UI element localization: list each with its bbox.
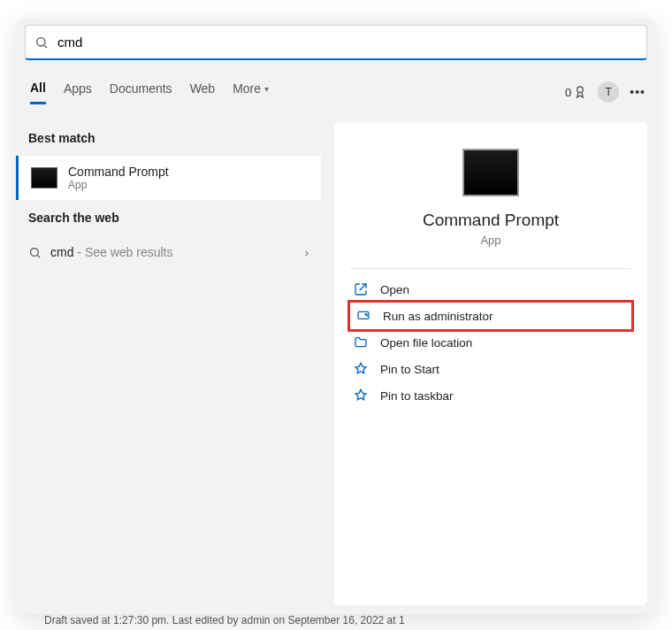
command-prompt-icon <box>31 167 57 188</box>
svg-point-2 <box>577 87 584 93</box>
results-column: Best match Command Prompt App Search the… <box>16 122 321 271</box>
result-text: Command Prompt App <box>68 165 169 191</box>
medal-icon <box>573 85 587 99</box>
action-pin-to-start[interactable]: Pin to Start <box>350 356 631 382</box>
best-match-result[interactable]: Command Prompt App <box>16 156 321 200</box>
details-pane: Command Prompt App Open Run as administr… <box>334 122 647 605</box>
command-prompt-large-icon <box>462 149 519 196</box>
tab-web[interactable]: Web <box>190 81 216 104</box>
pin-icon <box>354 362 368 376</box>
tab-apps[interactable]: Apps <box>64 81 92 104</box>
chevron-down-icon: ▾ <box>264 84 269 94</box>
tab-all[interactable]: All <box>30 81 46 104</box>
open-icon <box>354 282 368 296</box>
search-icon <box>28 246 42 259</box>
folder-icon <box>354 335 368 350</box>
action-label: Open file location <box>380 336 472 350</box>
shield-icon <box>356 309 370 323</box>
action-open-file-location[interactable]: Open file location <box>350 329 631 356</box>
search-icon <box>34 35 49 50</box>
svg-point-3 <box>31 248 39 256</box>
details-title: Command Prompt <box>423 211 559 230</box>
action-label: Run as administrator <box>383 310 493 323</box>
web-result-query: cmd <box>50 245 73 259</box>
details-subtitle: App <box>480 234 500 247</box>
result-title: Command Prompt <box>68 165 169 179</box>
footer-status: Draft saved at 1:27:30 pm. Last edited b… <box>44 614 405 626</box>
actions-list: Open Run as administrator Open file loca… <box>334 276 647 409</box>
badge-count: 0 <box>565 86 571 99</box>
tab-documents[interactable]: Documents <box>110 81 172 104</box>
action-open[interactable]: Open <box>350 276 631 303</box>
tab-more[interactable]: More ▾ <box>233 81 269 104</box>
rewards-badge[interactable]: 0 <box>565 85 587 99</box>
search-panel: All Apps Documents Web More ▾ 0 T ••• Be <box>16 18 656 614</box>
tab-more-label: More <box>233 81 261 96</box>
action-label: Open <box>380 283 409 296</box>
svg-point-0 <box>37 37 45 45</box>
web-result-row[interactable]: cmd - See web results › <box>16 234 321 271</box>
pin-icon <box>354 388 368 403</box>
avatar[interactable]: T <box>598 81 619 103</box>
svg-line-4 <box>37 255 40 257</box>
action-label: Pin to Start <box>380 363 439 376</box>
divider <box>350 268 632 269</box>
search-web-heading: Search the web <box>16 202 321 234</box>
action-pin-to-taskbar[interactable]: Pin to taskbar <box>350 382 631 409</box>
search-box[interactable] <box>25 25 647 60</box>
best-match-heading: Best match <box>16 122 321 154</box>
search-input[interactable] <box>57 35 638 50</box>
more-button[interactable]: ••• <box>630 85 645 99</box>
web-result-suffix: - See web results <box>73 245 172 259</box>
chevron-right-icon: › <box>305 246 309 259</box>
svg-line-1 <box>44 45 47 48</box>
result-subtitle: App <box>68 179 169 191</box>
tab-row: All Apps Documents Web More ▾ 0 T ••• <box>27 76 645 108</box>
action-run-as-administrator[interactable]: Run as administrator <box>347 300 634 332</box>
action-label: Pin to taskbar <box>380 389 454 403</box>
